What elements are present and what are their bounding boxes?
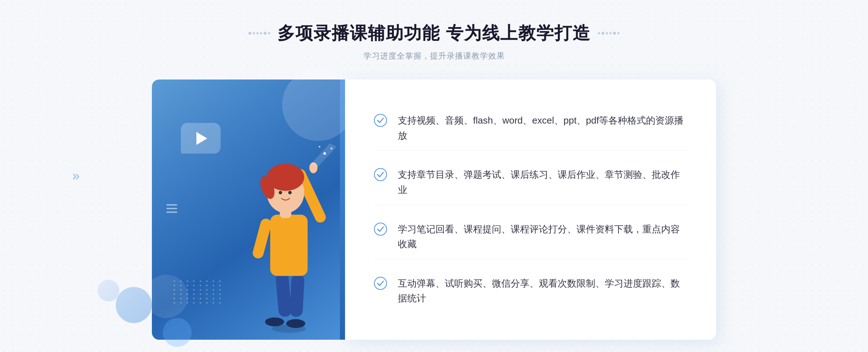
svg-point-21 [374, 277, 387, 289]
svg-point-3 [265, 317, 284, 326]
feature-text-3: 学习笔记回看、课程提问、课程评论打分、课件资料下载，重点内容收藏 [398, 222, 687, 252]
svg-point-16 [331, 147, 333, 150]
svg-point-12 [279, 191, 282, 194]
svg-point-18 [374, 114, 387, 126]
feature-item-2: 支持章节目录、弹题考试、课后练习、课后作业、章节测验、批改作业 [374, 160, 687, 205]
person-illustration [224, 137, 340, 340]
page-wrapper: 多项录播课辅助功能 专为线上教学打造 学习进度全掌握，提升录播课教学效果 [0, 0, 868, 352]
deco-lines [166, 204, 177, 215]
check-icon-3 [374, 223, 387, 236]
deco-circle-3 [163, 318, 192, 347]
svg-rect-2 [289, 274, 305, 317]
title-row: 多项录播课辅助功能 专为线上教学打造 [248, 22, 619, 45]
feature-item-1: 支持视频、音频、flash、word、excel、ppt、pdf等各种格式的资源… [374, 106, 687, 151]
feature-text-2: 支持章节目录、弹题考试、课后练习、课后作业、章节测验、批改作业 [398, 167, 687, 197]
arrow-left: » [72, 168, 80, 184]
svg-rect-7 [251, 218, 272, 260]
feature-text-1: 支持视频、音频、flash、word、excel、ppt、pdf等各种格式的资源… [398, 113, 687, 143]
illustration-card [152, 80, 340, 340]
svg-point-20 [374, 223, 387, 235]
feature-text-4: 互动弹幕、试听购买、微信分享、观看次数限制、学习进度跟踪、数据统计 [398, 276, 687, 306]
deco-circle-1 [282, 69, 354, 141]
svg-point-17 [319, 146, 320, 148]
svg-rect-5 [270, 215, 308, 276]
title-dots-right [598, 32, 620, 35]
features-card: 支持视频、音频、flash、word、excel、ppt、pdf等各种格式的资源… [345, 80, 716, 340]
main-title: 多项录播课辅助功能 专为线上教学打造 [277, 22, 590, 45]
check-icon-1 [374, 114, 387, 127]
page-deco-circle-1 [116, 287, 152, 323]
feature-item-3: 学习笔记回看、课程提问、课程评论打分、课件资料下载，重点内容收藏 [374, 215, 687, 259]
title-dots-left [248, 32, 270, 35]
svg-point-19 [374, 168, 387, 181]
play-bubble [181, 123, 221, 154]
svg-point-4 [286, 319, 305, 328]
content-area: 支持视频、音频、flash、word、excel、ppt、pdf等各种格式的资源… [152, 80, 716, 340]
play-icon [196, 132, 207, 145]
svg-point-13 [288, 191, 292, 194]
svg-point-15 [323, 152, 326, 155]
check-icon-2 [374, 168, 387, 181]
subtitle: 学习进度全掌握，提升录播课教学效果 [248, 51, 619, 61]
svg-rect-1 [275, 272, 292, 317]
dot-pattern [174, 280, 223, 304]
header-section: 多项录播课辅助功能 专为线上教学打造 学习进度全掌握，提升录播课教学效果 [248, 22, 619, 61]
page-deco-circle-2 [98, 280, 119, 301]
feature-item-4: 互动弹幕、试听购买、微信分享、观看次数限制、学习进度跟踪、数据统计 [374, 269, 687, 313]
check-icon-4 [374, 277, 387, 290]
